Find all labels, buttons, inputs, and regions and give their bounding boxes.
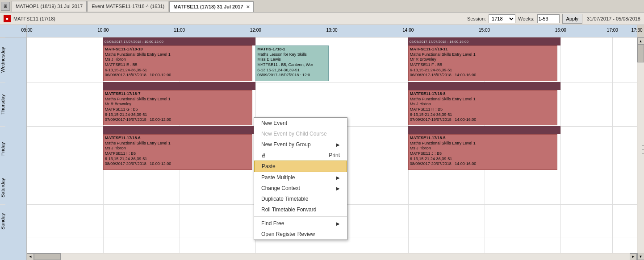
event-fri-1[interactable]: MATFSE11-17/18-6 Maths Functional Skills… (103, 134, 253, 170)
arrow-icon: ▶ (336, 142, 340, 147)
time-1000: 10:00 (97, 28, 109, 33)
tab-event[interactable]: Event MATFSE11-17/18-4 (1631) (88, 1, 168, 12)
menu-item-change-context[interactable]: Change Context ▶ (254, 183, 347, 194)
fri-header-bar-2 (408, 126, 561, 134)
tab-bar: ⊞ MATHOP1 (18/19) 31 Jul 2017 Event MATF… (0, 0, 644, 12)
weeks-label: Weeks: (518, 16, 534, 21)
event-thu-2[interactable]: MATFSE11-17/18-8 Maths Functional Skills… (408, 90, 558, 125)
wed-header-bar-1: 05/09/2017-17/07/2018 : 10:00-12:00 (103, 37, 256, 45)
time-1100: 11:00 (174, 28, 185, 33)
session-select[interactable]: 1718 (489, 14, 515, 23)
menu-item-new-event-child: New Event by Child Course (254, 128, 347, 139)
event-thu-1[interactable]: MATFSE11-17/18-7 Maths Functional Skills… (103, 90, 253, 125)
day-label-sunday: Sunday (0, 204, 5, 238)
time-labels: 09:00 10:00 11:00 12:00 13:00 14:00 15:0… (27, 25, 637, 37)
arrow-icon-change-context: ▶ (336, 186, 340, 191)
bottom-scrollbar: ◄ ► (27, 253, 637, 260)
menu-item-new-event[interactable]: New Event (254, 118, 347, 128)
day-label-wednesday: Wednesday (0, 37, 5, 82)
event-wed-1[interactable]: MATFSE11-17/18-10 Maths Functional Skill… (103, 45, 253, 81)
event-wed-2[interactable]: MATHS-1718-1 Maths Lesson for Key Skills… (255, 45, 329, 81)
menu-item-new-event-group[interactable]: New Event by Group ▶ (254, 139, 347, 150)
scroll-thumb[interactable] (637, 45, 644, 62)
menu-item-print[interactable]: 🖨 Print (254, 150, 347, 161)
vline-1600 (560, 37, 561, 260)
scroll-left-btn[interactable]: ◄ (27, 253, 34, 260)
vline-1700 (612, 37, 613, 260)
session-controls: Session: 1718 Weeks: Apply 31/07/2017 - … (467, 14, 640, 24)
menu-item-open-register[interactable]: Open Register Review (254, 229, 347, 239)
app-icon: ■ (4, 15, 11, 22)
day-label-friday: Friday (0, 126, 5, 171)
apply-button[interactable]: Apply (562, 14, 583, 24)
menu-separator (254, 216, 347, 217)
thu-header-bar-1 (103, 82, 256, 90)
header-bar: ■ MATFSE11 (17/18) Session: 1718 Weeks: … (0, 12, 644, 25)
menu-item-paste-multiple[interactable]: Paste Multiple ▶ (254, 172, 347, 183)
event-wed-3[interactable]: MATFSE11-17/18-11 Maths Functional Skill… (408, 45, 558, 81)
time-1700: 17:00 (607, 28, 618, 33)
session-label: Session: (467, 16, 486, 21)
weeks-input[interactable] (537, 14, 560, 23)
tab-matfse11[interactable]: MATFSE11 (17/18) 31 Jul 2017 ✕ (169, 1, 253, 12)
arrow-icon-paste-multiple: ▶ (336, 175, 340, 180)
menu-item-find-free[interactable]: Find Free ▶ (254, 218, 347, 229)
time-1500: 15:00 (479, 28, 490, 33)
menu-item-roll-timetable[interactable]: Roll Timetable Forward (254, 204, 347, 215)
fri-header-bar-1 (103, 126, 256, 134)
arrow-icon-find-free: ▶ (336, 221, 340, 226)
time-1400: 14:00 (402, 28, 414, 33)
time-1300: 13:00 (326, 28, 337, 33)
time-1200: 12:00 (250, 28, 261, 33)
wed-header-bar-2: 05/09/2017-17/07/2018 : 14:00-16:00 (408, 37, 561, 45)
close-tab-icon[interactable]: ✕ (246, 4, 250, 9)
right-scrollbar: ▲ — — — ▼ (637, 37, 644, 260)
thu-header-bar-2 (408, 82, 561, 90)
scroll-up-btn[interactable]: ▲ (637, 37, 644, 45)
scroll-right-btn[interactable]: ► (630, 253, 637, 260)
scroll-down-btn[interactable]: ▼ (637, 253, 644, 260)
time-1600: 16:00 (555, 28, 566, 33)
day-label-saturday: Saturday (0, 171, 5, 204)
menu-item-paste[interactable]: Paste (254, 161, 347, 172)
context-menu: New Event New Event by Child Course New … (254, 117, 347, 240)
event-fri-2[interactable]: MATFSE11-17/18-5 Maths Functional Skills… (408, 134, 558, 170)
printer-icon: 🖨 (261, 153, 266, 158)
time-0900: 09:00 (21, 28, 32, 33)
grid-menu-icon[interactable]: ⊞ (1, 2, 10, 11)
header-title: MATFSE11 (17/18) (13, 16, 467, 21)
bottom-scroll-track[interactable] (34, 253, 630, 260)
side-handle: — — — (642, 143, 644, 154)
time-1730: 17:30 (631, 28, 642, 33)
date-range: 31/07/2017 - 05/08/2018 (587, 16, 640, 21)
day-labels: Wednesday Thursday Friday Saturday Sunda… (0, 37, 27, 260)
time-header: 09:00 10:00 11:00 12:00 13:00 14:00 15:0… (0, 25, 644, 37)
tab-mathop1[interactable]: MATHOP1 (18/19) 31 Jul 2017 (12, 1, 87, 12)
day-label-thursday: Thursday (0, 82, 5, 126)
bottom-scroll-thumb[interactable] (34, 253, 61, 260)
scroll-track[interactable]: — — — (637, 45, 644, 253)
menu-item-duplicate-timetable[interactable]: Duplicate Timetable (254, 194, 347, 204)
